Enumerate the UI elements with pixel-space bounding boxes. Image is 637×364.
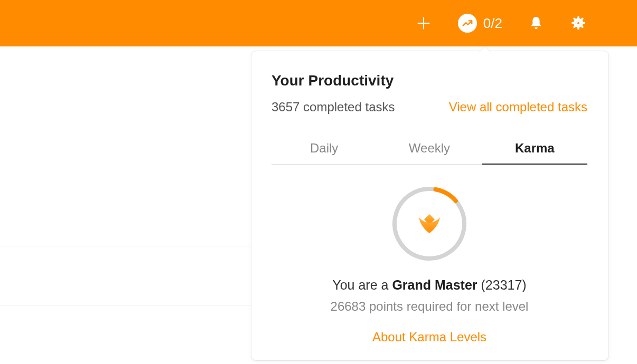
tabs: Daily Weekly Karma (271, 141, 587, 165)
add-task-button[interactable] (415, 14, 433, 32)
productivity-popover: Your Productivity 3657 completed tasks V… (251, 51, 609, 361)
plus-icon (415, 14, 433, 32)
gear-icon (570, 15, 587, 32)
productivity-count: 0/2 (483, 15, 502, 32)
completed-tasks-text: 3657 completed tasks (271, 100, 395, 114)
trend-up-icon (462, 17, 473, 29)
productivity-icon (458, 14, 477, 33)
about-karma-link[interactable]: About Karma Levels (271, 330, 587, 344)
karma-progress-ring (271, 186, 587, 262)
karma-level-text: You are a Grand Master (23317) (271, 277, 587, 293)
summary-row: 3657 completed tasks View all completed … (271, 100, 587, 114)
karma-level-icon (414, 208, 445, 240)
notifications-button[interactable] (528, 15, 545, 32)
view-all-link[interactable]: View all completed tasks (449, 100, 587, 114)
popover-title: Your Productivity (271, 72, 587, 89)
tab-daily[interactable]: Daily (271, 141, 377, 164)
productivity-button[interactable]: 0/2 (458, 14, 502, 33)
karma-points-required: 26683 points required for next level (271, 299, 587, 314)
background-list (0, 46, 252, 364)
tab-weekly[interactable]: Weekly (377, 141, 482, 164)
bell-icon (528, 15, 545, 32)
tab-karma[interactable]: Karma (482, 141, 587, 164)
app-header: 0/2 (0, 0, 637, 46)
settings-button[interactable] (570, 15, 587, 32)
